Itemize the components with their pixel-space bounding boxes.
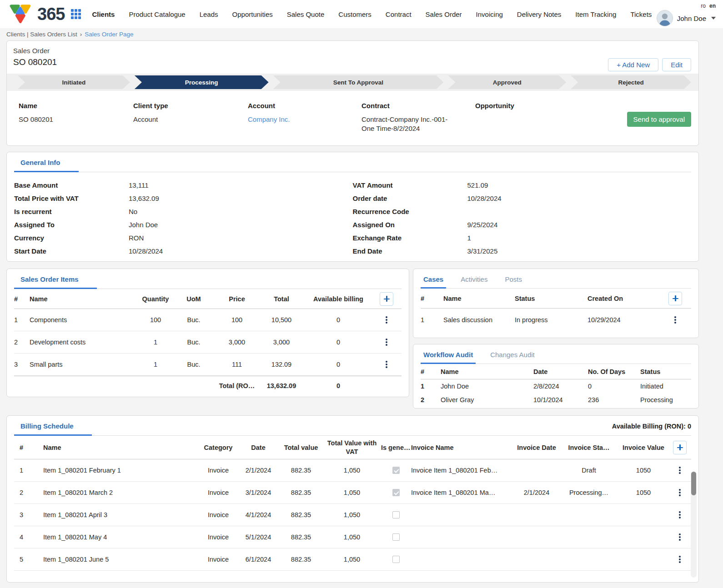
col-uom: UoM <box>171 295 216 303</box>
tab-workflow-audit[interactable]: Workflow Audit <box>421 345 476 364</box>
user-menu[interactable]: John Doe <box>657 10 716 26</box>
nav-item-product-catalogue[interactable]: Product Catalogue <box>129 10 185 18</box>
tab-general-info[interactable]: General Info <box>14 153 79 172</box>
tab-billing-schedule[interactable]: Billing Schedule <box>14 417 92 436</box>
case-name: Sales discussion <box>443 316 515 324</box>
page-title: SO 080201 <box>13 57 698 67</box>
col-total-with-vat: Total Value with VAT <box>323 439 381 455</box>
col-status: Status <box>640 368 691 375</box>
field-account-value-link[interactable]: Company Inc. <box>248 115 357 124</box>
edit-button[interactable]: Edit <box>662 58 691 71</box>
field-name-label: Name <box>19 102 129 110</box>
stage-approved[interactable]: Approved <box>448 75 566 89</box>
billing-scrollbar-thumb[interactable] <box>691 472 696 495</box>
nav-item-opportunities[interactable]: Opportunities <box>232 10 273 18</box>
available-billing-total: Available Billing (RON): 0 <box>612 423 691 435</box>
nav-item-sales-order[interactable]: Sales Order <box>426 10 462 18</box>
billing-row: 3 Item 1_080201 April 3 Invoice 4/1/2024… <box>14 504 691 526</box>
kebab-menu-icon[interactable] <box>679 556 681 563</box>
chevron-down-icon[interactable] <box>711 17 716 20</box>
breadcrumb-separator: › <box>80 31 82 38</box>
gi-value: RON <box>129 234 144 242</box>
is-generated-checkbox[interactable] <box>392 467 400 474</box>
nav-item-contract[interactable]: Contract <box>386 10 412 18</box>
stage-processing[interactable]: Processing <box>135 75 269 89</box>
kebab-menu-icon[interactable] <box>679 511 681 518</box>
nav-item-customers[interactable]: Customers <box>338 10 372 18</box>
field-contract-label: Contract <box>362 102 471 110</box>
send-to-approval-button[interactable]: Send to approval <box>627 112 691 127</box>
lang-ro[interactable]: ro <box>701 3 706 9</box>
stage-initiated[interactable]: Initiated <box>18 75 130 89</box>
nav-item-clients[interactable]: Clients <box>92 10 115 18</box>
kebab-menu-icon[interactable] <box>679 467 681 474</box>
field-contract-value: Contract-Company Inc.-001-One Time-8/2/2… <box>362 115 457 134</box>
row-number: 2 <box>14 489 43 496</box>
gi-label: Is recurrent <box>14 208 129 215</box>
billing-invoice-name: Invoice Item 1_080201 Feb… <box>411 467 514 474</box>
billing-total-with-vat: 1,050 <box>323 533 381 541</box>
gi-value: 521.09 <box>467 181 488 189</box>
col-invoice-date: Invoice Date <box>514 444 559 451</box>
stage-rejected[interactable]: Rejected <box>571 75 691 89</box>
nav-item-item-tracking[interactable]: Item Tracking <box>575 10 616 18</box>
breadcrumb-current[interactable]: Sales Order Page <box>85 31 133 38</box>
item-row: 2 Development costs 1 Buc. 3,000 3,000 0 <box>14 331 402 354</box>
row-number: 4 <box>14 533 43 541</box>
add-item-button[interactable] <box>380 292 393 306</box>
is-generated-checkbox[interactable] <box>392 511 400 518</box>
kebab-menu-icon[interactable] <box>386 339 387 346</box>
row-number: 3 <box>14 361 30 368</box>
kebab-menu-icon[interactable] <box>679 533 681 541</box>
billing-date: 5/1/2024 <box>237 533 279 541</box>
avatar[interactable] <box>657 10 673 26</box>
col-num: # <box>14 295 30 303</box>
nav-item-delivery-notes[interactable]: Delivery Notes <box>517 10 562 18</box>
gi-label: Currency <box>14 234 129 242</box>
add-new-button[interactable]: + Add New <box>608 58 658 71</box>
stage-sent-to-approval[interactable]: Sent To Approval <box>273 75 444 89</box>
kebab-menu-icon[interactable] <box>679 489 681 496</box>
add-case-button[interactable] <box>668 292 682 305</box>
lang-en[interactable]: en <box>709 3 716 9</box>
workflow-user: John Doe <box>441 383 533 390</box>
kebab-menu-icon[interactable] <box>674 316 676 324</box>
tab-sales-order-items[interactable]: Sales Order Items <box>14 270 97 289</box>
row-number: 1 <box>14 316 30 324</box>
gi-value: 10/28/2024 <box>467 194 502 202</box>
nav-item-tickets[interactable]: Tickets <box>630 10 652 18</box>
item-uom: Buc. <box>171 339 216 346</box>
tab-changes-audit[interactable]: Changes Audit <box>487 345 537 364</box>
nav-item-sales-quote[interactable]: Sales Quote <box>287 10 325 18</box>
billing-invoice-value: 1050 <box>618 467 668 474</box>
is-generated-checkbox[interactable] <box>392 533 400 541</box>
billing-category: Invoice <box>199 511 237 518</box>
item-price: 3,000 <box>216 339 258 346</box>
tab-activities[interactable]: Activities <box>458 270 490 289</box>
is-generated-checkbox[interactable] <box>392 489 400 496</box>
plus-icon <box>384 296 390 302</box>
gi-label: Start Date <box>14 247 129 255</box>
item-price: 111 <box>216 361 258 368</box>
items-total-label: Total (RO… <box>216 382 258 389</box>
case-row: 1 Sales discussion In progress 10/29/202… <box>421 309 691 331</box>
billing-scrollbar[interactable] <box>691 471 697 578</box>
is-generated-checkbox[interactable] <box>392 556 400 563</box>
item-total: 132.09 <box>258 361 305 368</box>
nav-item-leads[interactable]: Leads <box>200 10 218 18</box>
billing-date: 2/1/2024 <box>237 467 279 474</box>
row-number: 1 <box>421 383 441 390</box>
workflow-stage-strip: Initiated Processing Sent To Approval Ap… <box>7 74 698 91</box>
item-quantity: 1 <box>140 339 171 346</box>
kebab-menu-icon[interactable] <box>386 361 387 368</box>
case-status: In progress <box>515 316 587 324</box>
apps-grid-icon[interactable] <box>71 9 81 19</box>
nav-item-invoicing[interactable]: Invoicing <box>476 10 503 18</box>
add-billing-button[interactable] <box>673 441 687 454</box>
gi-value: 13,632.09 <box>129 194 159 202</box>
brand[interactable]: 365 <box>8 2 81 26</box>
tab-posts[interactable]: Posts <box>502 270 525 289</box>
tab-cases[interactable]: Cases <box>421 270 446 289</box>
kebab-menu-icon[interactable] <box>386 316 387 324</box>
breadcrumb-path[interactable]: Clients | Sales Orders List <box>6 31 77 38</box>
